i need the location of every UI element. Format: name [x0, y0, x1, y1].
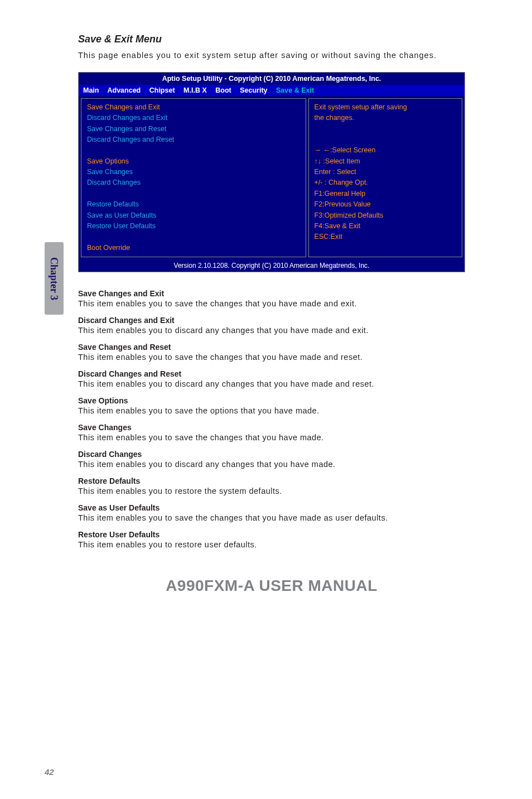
bios-item: Save Changes and Reset	[87, 124, 300, 134]
doc-item-desc: This item enables you to discard any cha…	[78, 460, 465, 469]
bios-help-line: Exit system setup after saving	[315, 102, 456, 113]
doc-item-title: Save Options	[78, 396, 465, 405]
bios-hint: F4:Save & Exit	[315, 221, 456, 232]
chapter-tab: Chapter 3	[45, 242, 64, 315]
bios-hint: +/- : Change Opt.	[315, 177, 456, 188]
doc-item-title: Discard Changes	[78, 450, 465, 459]
bios-hint: Enter : Select	[315, 167, 456, 177]
manual-footer-text: A990FXM-A USER MANUAL	[78, 577, 465, 595]
bios-menu-chipset: Chipset	[149, 86, 175, 94]
bios-left-pane: Save Changes and Exit Discard Changes an…	[81, 98, 306, 257]
doc-item: Restore User Defaults This item enables …	[78, 530, 465, 549]
bios-body: Save Changes and Exit Discard Changes an…	[79, 96, 465, 259]
doc-item-desc: This item enables you to restore user de…	[78, 540, 465, 549]
doc-item: Save Changes and Reset This item enables…	[78, 343, 465, 362]
doc-item-desc: This item enables you to save the change…	[78, 353, 465, 362]
doc-item-title: Restore User Defaults	[78, 530, 465, 539]
doc-item: Restore Defaults This item enables you t…	[78, 476, 465, 495]
bios-menu-security: Security	[240, 86, 267, 94]
doc-item-title: Discard Changes and Reset	[78, 369, 465, 378]
bios-footer: Version 2.10.1208. Copyright (C) 2010 Am…	[79, 259, 465, 272]
bios-hint: ↑↓ :Select Item	[315, 156, 456, 167]
doc-item-desc: This item enables you to save the change…	[78, 433, 465, 442]
doc-item-title: Save Changes	[78, 423, 465, 432]
bios-item: Restore Defaults	[87, 199, 300, 210]
bios-hint: → ←:Select Screen	[315, 145, 456, 156]
section-title: Save & Exit Menu	[78, 33, 465, 45]
doc-item-title: Save Changes and Reset	[78, 343, 465, 352]
bios-menu-save-exit: Save & Exit	[276, 86, 314, 94]
chapter-tab-label: Chapter 3	[49, 257, 60, 300]
bios-menu-boot: Boot	[215, 86, 231, 94]
doc-item: Save Changes This item enables you to sa…	[78, 423, 465, 442]
doc-item-desc: This item enables you to save the option…	[78, 406, 465, 415]
doc-item-desc: This item enables you to discard any cha…	[78, 326, 465, 335]
doc-item-desc: This item enables you to discard any cha…	[78, 379, 465, 388]
bios-item: Discard Changes	[87, 177, 300, 188]
doc-item: Discard Changes and Exit This item enabl…	[78, 316, 465, 335]
bios-menubar: Main Advanced Chipset M.I.B X Boot Secur…	[79, 85, 465, 96]
doc-item-desc: This item enables you to restore the sys…	[78, 487, 465, 495]
bios-menu-advanced: Advanced	[108, 86, 141, 94]
bios-item: Discard Changes and Exit	[87, 113, 300, 123]
bios-menu-main: Main	[83, 86, 99, 94]
bios-title: Aptio Setup Utility - Copyright (C) 2010…	[79, 73, 465, 85]
bios-hint: F1:General Help	[315, 189, 456, 199]
doc-item-title: Restore Defaults	[78, 476, 465, 485]
doc-item: Discard Changes and Reset This item enab…	[78, 369, 465, 388]
doc-item-title: Save Changes and Exit	[78, 289, 465, 298]
bios-item: Save Changes and Exit	[87, 102, 300, 113]
doc-item: Discard Changes This item enables you to…	[78, 450, 465, 469]
bios-item: Boot Override	[87, 243, 300, 253]
manual-footer: A990FXM-A USER MANUAL	[78, 577, 465, 595]
bios-item: Discard Changes and Reset	[87, 134, 300, 145]
bios-item: Restore User Defaults	[87, 221, 300, 232]
doc-item-title: Discard Changes and Exit	[78, 316, 465, 325]
doc-item: Save Options This item enables you to sa…	[78, 396, 465, 415]
bios-screenshot: Aptio Setup Utility - Copyright (C) 2010…	[78, 72, 465, 272]
bios-help-line: the changes.	[315, 113, 456, 123]
bios-hint: F2:Previous Value	[315, 199, 456, 210]
doc-item: Save Changes and Exit This item enables …	[78, 289, 465, 308]
bios-item: Save as User Defaults	[87, 210, 300, 221]
doc-item-title: Save as User Defaults	[78, 503, 465, 512]
bios-hint: F3:Optimized Defaults	[315, 210, 456, 221]
doc-item-desc: This item enables you to save the change…	[78, 299, 465, 308]
bios-right-pane: Exit system setup after saving the chang…	[308, 98, 462, 257]
bios-item: Save Changes	[87, 167, 300, 177]
doc-item-desc: This item enables you to save the change…	[78, 513, 465, 522]
doc-item: Save as User Defaults This item enables …	[78, 503, 465, 522]
bios-menu-mibx: M.I.B X	[183, 86, 207, 94]
bios-hint: ESC:Exit	[315, 232, 456, 242]
page-number: 42	[45, 767, 54, 777]
intro-text: This page enables you to exit system set…	[78, 50, 465, 62]
bios-item: Save Options	[87, 156, 300, 167]
